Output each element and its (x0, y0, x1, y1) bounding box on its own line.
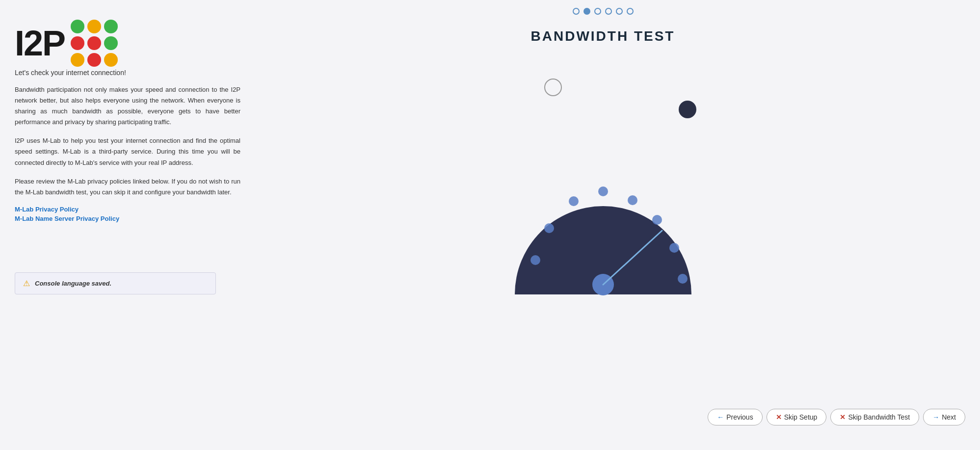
logo-dot-7 (71, 53, 84, 67)
logo-text: I2P (15, 26, 65, 61)
paragraph-1: Bandwidth participation not only makes y… (15, 84, 240, 128)
svg-point-4 (628, 195, 637, 205)
logo-dot-5 (87, 36, 101, 50)
small-ring-circle (544, 79, 562, 96)
previous-label: Previous (726, 413, 753, 421)
skip-setup-x-icon: ✕ (776, 413, 782, 421)
skip-setup-button[interactable]: ✕ Skip Setup (767, 409, 827, 425)
logo-dot-9 (104, 53, 118, 67)
logo-dot-2 (87, 20, 101, 33)
mlab-privacy-link[interactable]: M-Lab Privacy Policy (15, 206, 240, 213)
next-button[interactable]: → Next (923, 409, 965, 425)
bottom-nav: ← Previous ✕ Skip Setup ✕ Skip Bandwidth… (708, 409, 965, 425)
step-dot-2 (594, 8, 601, 15)
intro-text: Let's check your internet connection! (15, 69, 240, 77)
mlab-nameserver-link[interactable]: M-Lab Name Server Privacy Policy (15, 215, 240, 222)
next-arrow-icon: → (932, 413, 939, 421)
warning-icon: ⚠ (23, 279, 30, 288)
skip-bandwidth-button[interactable]: ✕ Skip Bandwidth Test (830, 409, 919, 425)
logo: I2P (15, 20, 118, 67)
center-area: BANDWIDTH TEST (226, 0, 980, 450)
logo-dot-6 (104, 36, 118, 50)
speedometer-svg (510, 147, 696, 299)
step-indicators (573, 8, 634, 15)
paragraph-2: I2P uses M-Lab to help you test your int… (15, 135, 240, 168)
logo-dot-3 (104, 20, 118, 33)
dark-filled-dot (679, 101, 696, 118)
step-dot-1 (583, 8, 590, 15)
svg-point-5 (652, 215, 662, 225)
left-panel: Let's check your internet connection! Ba… (15, 69, 240, 224)
console-notice: ⚠ Console language saved. (15, 272, 216, 294)
svg-point-7 (678, 274, 688, 284)
step-dot-0 (573, 8, 580, 15)
step-dot-5 (627, 8, 634, 15)
logo-dot-4 (71, 36, 84, 50)
step-dot-4 (616, 8, 623, 15)
skip-bandwidth-label: Skip Bandwidth Test (848, 413, 910, 421)
previous-arrow-icon: ← (717, 413, 724, 421)
svg-point-0 (530, 255, 540, 265)
svg-point-6 (669, 243, 679, 253)
svg-point-3 (598, 186, 608, 196)
page-title: BANDWIDTH TEST (531, 28, 675, 44)
svg-point-1 (544, 223, 554, 233)
previous-button[interactable]: ← Previous (708, 409, 762, 425)
skip-bandwidth-x-icon: ✕ (840, 413, 846, 421)
next-label: Next (942, 413, 956, 421)
console-notice-text: Console language saved. (35, 280, 111, 287)
speedometer-area (480, 54, 726, 299)
logo-dot-1 (71, 20, 84, 33)
step-dot-3 (605, 8, 612, 15)
paragraph-3: Please review the M-Lab privacy policies… (15, 176, 240, 198)
skip-setup-label: Skip Setup (784, 413, 818, 421)
svg-point-2 (569, 196, 579, 206)
logo-dot-8 (87, 53, 101, 67)
logo-dots (71, 20, 118, 67)
